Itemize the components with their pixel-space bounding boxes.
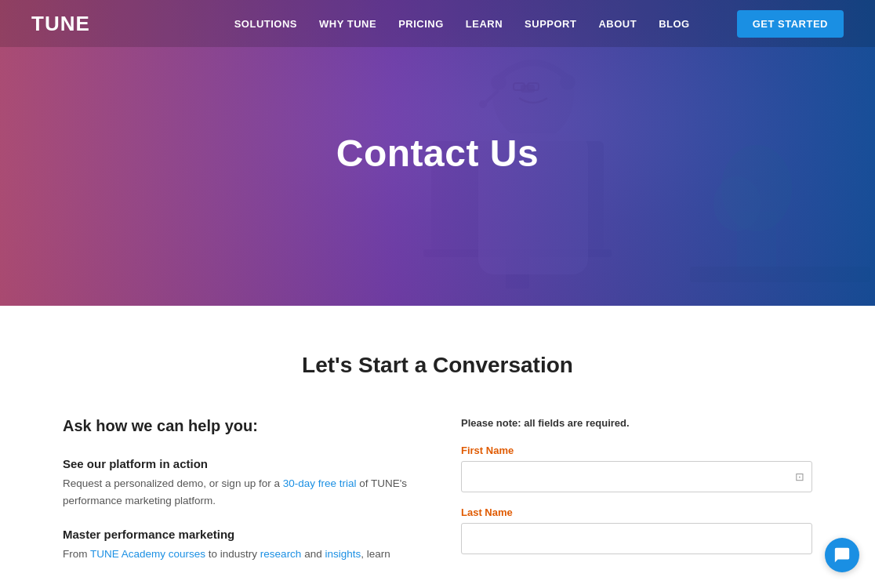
first-name-field-group: First Name ⊡ [461, 445, 812, 492]
first-name-label: First Name [461, 445, 812, 456]
last-name-input-wrapper [461, 523, 812, 554]
ask-heading: Ask how we can help you: [63, 417, 414, 435]
feature-1-text-before: Request a personalized demo, or sign up … [63, 477, 283, 489]
nav-learn[interactable]: LEARN [466, 18, 503, 30]
feature-2-text-mid2: and [301, 548, 325, 560]
hero-title: Contact Us [336, 132, 539, 175]
chat-bubble-button[interactable] [825, 538, 859, 572]
feature-1-desc: Request a personalized demo, or sign up … [63, 475, 414, 509]
academy-link[interactable]: TUNE Academy courses [90, 548, 205, 560]
nav-support[interactable]: SUPPORT [525, 18, 576, 30]
free-trial-link[interactable]: 30-day free trial [283, 477, 357, 489]
research-link[interactable]: research [260, 548, 302, 560]
feature-2-desc: From TUNE Academy courses to industry re… [63, 546, 414, 563]
form-note: Please note: all fields are required. [461, 417, 812, 429]
insights-link[interactable]: insights [325, 548, 361, 560]
first-name-input-wrapper: ⊡ [461, 461, 812, 492]
main-content: Let's Start a Conversation Ask how we ca… [0, 306, 875, 588]
nav-pricing[interactable]: PRICING [398, 18, 444, 30]
last-name-field-group: Last Name [461, 506, 812, 554]
logo[interactable]: TUNE [31, 12, 90, 36]
nav-blog[interactable]: BLOG [659, 18, 690, 30]
nav-links: SOLUTIONS WHY TUNE PRICING LEARN SUPPORT… [234, 16, 844, 31]
feature-2-text-before: From [63, 548, 90, 560]
get-started-button[interactable]: GET STARTED [737, 10, 844, 38]
first-name-input[interactable] [461, 461, 812, 492]
nav-about[interactable]: ABOUT [598, 18, 637, 30]
feature-1: See our platform in action Request a per… [63, 457, 414, 509]
left-column: Ask how we can help you: See our platfor… [63, 417, 414, 582]
last-name-label: Last Name [461, 506, 812, 518]
navbar: TUNE SOLUTIONS WHY TUNE PRICING LEARN SU… [0, 0, 875, 47]
feature-2-text-mid1: to industry [205, 548, 260, 560]
two-column-layout: Ask how we can help you: See our platfor… [63, 417, 812, 582]
feature-2-text-after: , learn [361, 548, 390, 560]
last-name-input[interactable] [461, 523, 812, 554]
nav-why-tune[interactable]: WHY TUNE [319, 18, 376, 30]
section-heading: Let's Start a Conversation [63, 353, 812, 378]
feature-1-heading: See our platform in action [63, 457, 414, 470]
chat-icon [833, 546, 851, 564]
feature-2-heading: Master performance marketing [63, 528, 414, 541]
contact-form: Please note: all fields are required. Fi… [461, 417, 812, 582]
nav-solutions[interactable]: SOLUTIONS [234, 18, 297, 30]
feature-2: Master performance marketing From TUNE A… [63, 528, 414, 563]
